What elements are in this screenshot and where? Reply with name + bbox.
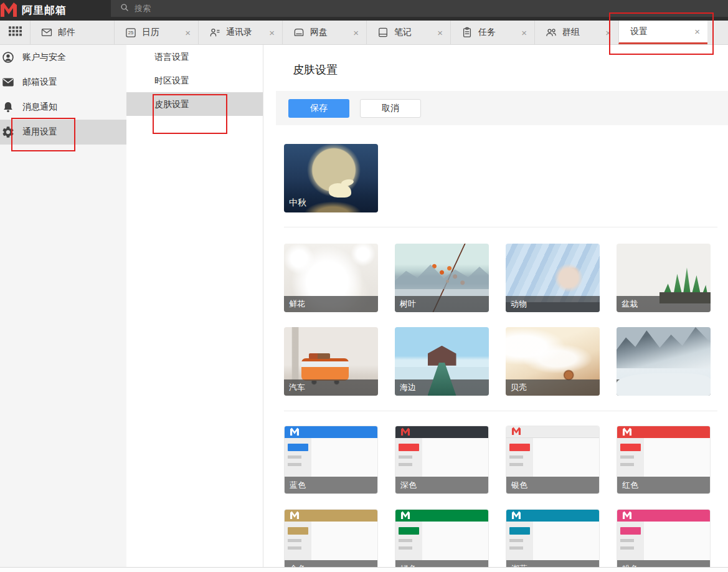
skin-lvse[interactable]: 绿色 xyxy=(395,509,489,572)
gear-icon xyxy=(1,125,15,139)
close-icon[interactable]: × xyxy=(693,26,701,37)
tab-label: 网盘 xyxy=(310,27,328,38)
contacts-icon xyxy=(209,26,221,39)
skin-fense[interactable]: 粉色 xyxy=(617,509,711,572)
sidebar: 账户与安全邮箱设置消息通知通用设置 xyxy=(0,45,126,567)
tab-label: 设置 xyxy=(630,26,648,37)
skin-dongwu[interactable]: 动物 xyxy=(506,244,600,312)
mini-content xyxy=(533,438,599,478)
tab-groups[interactable]: 群组× xyxy=(534,21,618,44)
mini-body xyxy=(395,438,488,478)
featured-skin-section: 中秋 xyxy=(284,144,728,212)
cancel-button[interactable]: 取消 xyxy=(360,99,421,118)
sidebar-item-label: 通用设置 xyxy=(22,126,57,138)
sidebar-item-label: 邮箱设置 xyxy=(22,77,57,88)
skin-hulan[interactable]: 湖蓝 xyxy=(506,509,600,572)
search-input[interactable] xyxy=(135,4,321,13)
mail-icon xyxy=(40,26,53,39)
mini-sidebar xyxy=(506,438,533,478)
apps-grid-button[interactable] xyxy=(0,21,30,44)
skin-penzai[interactable]: 盆栽 xyxy=(617,244,711,312)
close-icon[interactable]: × xyxy=(184,27,192,38)
skin-shuye[interactable]: 树叶 xyxy=(395,244,489,312)
mini-header xyxy=(395,426,488,438)
mini-content xyxy=(422,438,488,478)
sidebar-item-mail-settings[interactable]: 邮箱设置 xyxy=(0,70,126,95)
subsidebar-item-skin-settings[interactable]: 皮肤设置 xyxy=(126,92,263,116)
mini-content xyxy=(311,522,377,561)
skin-xianhua[interactable]: 鲜花 xyxy=(284,244,378,312)
search-icon xyxy=(120,2,130,15)
sidebar-item-general-settings[interactable]: 通用设置 xyxy=(0,120,126,145)
skin-yinse[interactable]: 银色 xyxy=(506,426,600,494)
skin-zhongqiu[interactable]: 中秋 xyxy=(284,144,378,212)
search-bar[interactable] xyxy=(111,0,728,17)
skin-jinse[interactable]: 金色 xyxy=(284,509,378,572)
subsidebar-item-language-settings[interactable]: 语言设置 xyxy=(126,45,263,69)
brand-title: 阿里邮箱 xyxy=(22,3,67,17)
mini-sidebar xyxy=(395,522,422,561)
subsidebar-item-label: 语言设置 xyxy=(154,52,189,62)
skin-label: 深色 xyxy=(395,477,488,493)
photo-skin-grid: 鲜花树叶动物盆栽汽车海边贝壳冰川 xyxy=(284,244,728,396)
skin-bingchuan[interactable]: 冰川 xyxy=(617,327,711,396)
mini-body xyxy=(617,438,710,478)
m-logo-icon xyxy=(511,510,521,522)
tab-label: 群组 xyxy=(562,27,580,38)
m-logo-icon xyxy=(400,427,410,438)
close-icon[interactable]: × xyxy=(352,27,360,38)
skin-shense[interactable]: 深色 xyxy=(395,426,489,494)
alimail-logo-icon xyxy=(1,2,18,19)
close-icon[interactable]: × xyxy=(268,27,276,38)
section-divider xyxy=(284,227,717,227)
mini-header xyxy=(506,510,599,522)
mini-body xyxy=(285,438,377,478)
close-icon[interactable]: × xyxy=(520,27,528,38)
bell-icon xyxy=(1,100,15,114)
mini-body xyxy=(506,522,599,561)
mini-text-line xyxy=(399,463,412,466)
mini-text-line xyxy=(509,539,523,542)
bottom-strip xyxy=(0,567,728,572)
mini-text-line xyxy=(288,463,301,466)
notes-icon xyxy=(377,26,389,39)
mini-body xyxy=(506,438,599,478)
tab-mail[interactable]: 邮件 xyxy=(30,21,114,44)
tab-notes[interactable]: 笔记× xyxy=(366,21,450,44)
subsidebar-item-timezone-settings[interactable]: 时区设置 xyxy=(126,69,263,92)
brand: 阿里邮箱 xyxy=(0,2,111,19)
mini-text-line xyxy=(288,455,301,459)
skin-beike[interactable]: 贝壳 xyxy=(506,327,600,396)
screen: 阿里邮箱 邮件25日历×通讯录×网盘×笔记×任务×群组×设置× 账户与安全邮箱设… xyxy=(0,0,728,572)
mini-accent-button xyxy=(288,527,308,535)
skin-hongse[interactable]: 红色 xyxy=(617,426,711,494)
mini-body xyxy=(285,522,377,561)
mini-sidebar xyxy=(617,522,644,561)
action-bar: 保存 取消 xyxy=(276,91,728,125)
mini-header xyxy=(285,510,377,522)
mini-sidebar xyxy=(617,438,644,478)
close-icon[interactable]: × xyxy=(436,27,444,38)
tab-contacts[interactable]: 通讯录× xyxy=(198,21,282,44)
svg-text:25: 25 xyxy=(128,30,133,36)
skin-lanse[interactable]: 蓝色 xyxy=(284,426,378,494)
tab-calendar[interactable]: 25日历× xyxy=(114,21,198,44)
mini-sidebar xyxy=(506,522,533,561)
tab-drive[interactable]: 网盘× xyxy=(282,21,366,44)
sidebar-item-notifications[interactable]: 消息通知 xyxy=(0,95,126,120)
skin-haibian[interactable]: 海边 xyxy=(395,327,489,396)
tab-label: 邮件 xyxy=(58,27,75,38)
skin-label: 盆栽 xyxy=(617,296,711,312)
save-button[interactable]: 保存 xyxy=(288,99,349,118)
m-logo-icon xyxy=(290,427,300,438)
mini-sidebar xyxy=(285,522,311,561)
tab-tasks[interactable]: 任务× xyxy=(450,21,534,44)
tab-settings[interactable]: 设置× xyxy=(618,21,707,44)
mini-body xyxy=(395,522,488,561)
tabbar: 邮件25日历×通讯录×网盘×笔记×任务×群组×设置× xyxy=(0,21,728,45)
close-icon[interactable]: × xyxy=(604,27,612,38)
skin-qiche[interactable]: 汽车 xyxy=(284,327,378,396)
account-icon xyxy=(1,50,15,64)
tab-label: 通讯录 xyxy=(226,27,252,38)
sidebar-item-account-security[interactable]: 账户与安全 xyxy=(0,45,126,70)
